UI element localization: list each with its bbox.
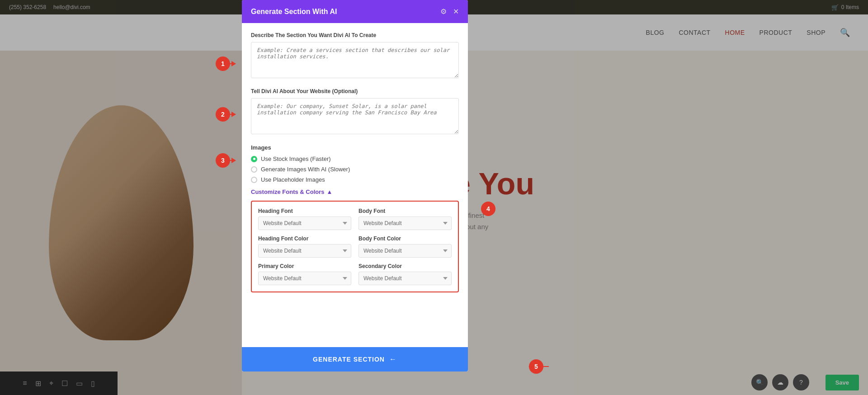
radio-placeholder-dot [251,177,257,183]
radio-ai-dot [251,166,257,173]
modal-header-icons: ⚙ ✕ [440,7,459,16]
website-info-textarea[interactable] [251,98,459,134]
secondary-color-group: Secondary Color Website Default [359,263,452,285]
modal-title: Generate Section With AI [251,8,337,16]
heading-font-group: Heading Font Website Default [258,208,351,230]
heading-font-select[interactable]: Website Default [258,216,351,230]
radio-stock-label: Use Stock Images (Faster) [261,155,331,162]
body-font-color-label: Body Font Color [359,235,452,242]
customize-fonts-label: Customize Fonts & Colors [251,188,325,195]
generate-section-button[interactable]: Generate Section ← [242,347,468,371]
annotation-bubble-5: 5 [529,359,543,374]
close-icon[interactable]: ✕ [453,7,459,16]
radio-placeholder-label: Use Placeholder Images [261,176,325,183]
modal-body: Describe The Section You Want Divi AI To… [242,23,468,347]
image-options-group: Use Stock Images (Faster) Generate Image… [251,155,459,183]
images-section: Images Use Stock Images (Faster) Generat… [251,144,459,183]
annotation-bubble-2: 2 [216,107,230,122]
fonts-colors-grid: Heading Font Website Default Body Font W… [258,208,452,285]
annotation-5-container: 5 [529,366,549,367]
radio-ai-images[interactable]: Generate Images With AI (Slower) [251,166,459,173]
radio-ai-label: Generate Images With AI (Slower) [261,166,350,173]
body-font-select[interactable]: Website Default [359,216,452,230]
settings-icon[interactable]: ⚙ [440,7,447,16]
website-info-form-group: Tell Divi AI About Your Website (Optiona… [251,88,459,136]
heading-font-label: Heading Font [258,208,351,214]
describe-section-form-group: Describe The Section You Want Divi AI To… [251,32,459,80]
annotation-bubble-4: 4 [481,202,495,216]
radio-stock-images[interactable]: Use Stock Images (Faster) [251,155,459,162]
heading-font-color-select[interactable]: Website Default [258,244,351,258]
modal-overlay: Generate Section With AI ⚙ ✕ Describe Th… [0,0,868,395]
annotation-1-container: 1 [216,63,236,64]
secondary-color-label: Secondary Color [359,263,452,269]
body-font-color-group: Body Font Color Website Default [359,235,452,258]
generate-section-modal: Generate Section With AI ⚙ ✕ Describe Th… [242,0,468,371]
generate-section-label: Generate Section [313,356,385,363]
images-label: Images [251,144,459,151]
body-font-label: Body Font [359,208,452,214]
radio-stock-dot [251,156,257,162]
annotation-bubble-3: 3 [216,153,230,168]
heading-font-color-group: Heading Font Color Website Default [258,235,351,258]
annotation-bubble-1: 1 [216,56,230,71]
fonts-colors-panel: Heading Font Website Default Body Font W… [251,201,459,292]
primary-color-group: Primary Color Website Default [258,263,351,285]
secondary-color-select[interactable]: Website Default [359,272,452,285]
body-font-group: Body Font Website Default [359,208,452,230]
primary-color-select[interactable]: Website Default [258,272,351,285]
body-font-color-select[interactable]: Website Default [359,244,452,258]
generate-arrow-icon: ← [389,355,397,363]
describe-section-textarea[interactable] [251,42,459,78]
annotation-3-container: 3 [216,160,236,161]
customize-fonts-link[interactable]: Customize Fonts & Colors ▲ [251,188,459,195]
annotation-2-container: 2 [216,114,236,115]
website-info-label: Tell Divi AI About Your Website (Optiona… [251,88,459,94]
describe-section-label: Describe The Section You Want Divi AI To… [251,32,459,38]
primary-color-label: Primary Color [258,263,351,269]
heading-font-color-label: Heading Font Color [258,235,351,242]
modal-header: Generate Section With AI ⚙ ✕ [242,0,468,23]
radio-placeholder-images[interactable]: Use Placeholder Images [251,176,459,183]
customize-fonts-arrow: ▲ [327,188,333,195]
